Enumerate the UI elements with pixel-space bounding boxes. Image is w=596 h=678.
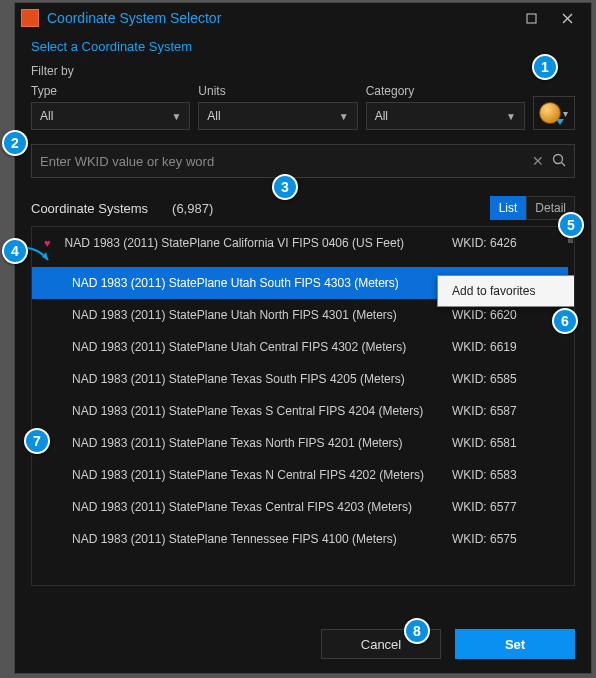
chevron-down-icon: ▼ xyxy=(339,111,349,122)
filter-heading: Filter by xyxy=(31,64,575,78)
search-icon[interactable] xyxy=(552,153,566,170)
cs-wkid: WKID: 6577 xyxy=(452,500,562,514)
list-item[interactable]: NAD 1983 (2011) StatePlane Tennessee FIP… xyxy=(32,523,568,555)
callout-6: 6 xyxy=(552,308,578,334)
cs-name: NAD 1983 (2011) StatePlane Texas South F… xyxy=(72,372,440,386)
cs-wkid: WKID: 6575 xyxy=(452,532,562,546)
filter-row: Type All ▼ Units All ▼ Category All ▼ xyxy=(31,84,575,130)
callout-5: 5 xyxy=(558,212,584,238)
list-item[interactable]: NAD 1983 (2011) StatePlane Texas Central… xyxy=(32,491,568,523)
chevron-down-icon: ▼ xyxy=(506,111,516,122)
cs-wkid: WKID: 6585 xyxy=(452,372,562,386)
list-title: Coordinate Systems xyxy=(31,201,148,216)
filter-units-label: Units xyxy=(198,84,357,98)
filter-type-label: Type xyxy=(31,84,190,98)
footer: Cancel Set xyxy=(321,629,575,659)
maximize-button[interactable] xyxy=(513,4,549,32)
coordinate-system-list[interactable]: ♥ NAD 1983 (2011) StatePlane California … xyxy=(31,226,575,586)
set-button[interactable]: Set xyxy=(455,629,575,659)
search-input[interactable] xyxy=(40,154,524,169)
list-item[interactable]: ♥ NAD 1983 (2011) StatePlane California … xyxy=(32,227,568,259)
list-item[interactable]: NAD 1983 (2011) StatePlane Texas S Centr… xyxy=(32,395,568,427)
svg-point-3 xyxy=(554,154,563,163)
svg-rect-0 xyxy=(527,14,536,23)
coordinate-system-selector-window: Coordinate System Selector Select a Coor… xyxy=(14,2,592,674)
cs-wkid: WKID: 6620 xyxy=(452,308,562,322)
subtitle: Select a Coordinate System xyxy=(15,33,591,64)
list-item[interactable]: NAD 1983 (2011) StatePlane Utah Central … xyxy=(32,331,568,363)
clear-icon[interactable]: ✕ xyxy=(532,153,544,169)
spatial-filter-button[interactable]: ▾ xyxy=(533,96,575,130)
list-count: (6,987) xyxy=(172,201,213,216)
filter-units-value: All xyxy=(207,109,220,123)
close-icon xyxy=(562,13,573,24)
window-title: Coordinate System Selector xyxy=(47,10,513,26)
content-area: Filter by Type All ▼ Units All ▼ Categor… xyxy=(15,64,591,586)
cs-name: NAD 1983 (2011) StatePlane Utah Central … xyxy=(72,340,440,354)
filter-type-group: Type All ▼ xyxy=(31,84,190,130)
cs-name: NAD 1983 (2011) StatePlane Texas N Centr… xyxy=(72,468,440,482)
svg-line-4 xyxy=(562,162,566,166)
cs-name: NAD 1983 (2011) StatePlane Utah North FI… xyxy=(72,308,440,322)
list-item[interactable]: NAD 1983 (2011) StatePlane Texas North F… xyxy=(32,427,568,459)
callout-4: 4 xyxy=(2,238,28,264)
filter-type-value: All xyxy=(40,109,53,123)
close-button[interactable] xyxy=(549,4,585,32)
search-bar: ✕ xyxy=(31,144,575,178)
filter-category-select[interactable]: All ▼ xyxy=(366,102,525,130)
cs-name: NAD 1983 (2011) StatePlane California VI… xyxy=(65,236,440,250)
maximize-icon xyxy=(526,13,537,24)
callout-8: 8 xyxy=(404,618,430,644)
chevron-down-icon: ▾ xyxy=(563,108,568,119)
context-menu: Add to favorites xyxy=(437,275,575,307)
titlebar: Coordinate System Selector xyxy=(15,3,591,33)
cs-name: NAD 1983 (2011) StatePlane Texas North F… xyxy=(72,436,440,450)
context-menu-add-favorites[interactable]: Add to favorites xyxy=(438,280,575,302)
filter-category-group: Category All ▼ xyxy=(366,84,525,130)
svg-marker-5 xyxy=(42,252,48,260)
filter-units-select[interactable]: All ▼ xyxy=(198,102,357,130)
cs-wkid: WKID: 6587 xyxy=(452,404,562,418)
cs-wkid: WKID: 6619 xyxy=(452,340,562,354)
callout-1: 1 xyxy=(532,54,558,80)
cs-name: NAD 1983 (2011) StatePlane Utah South FI… xyxy=(72,276,440,290)
cs-name: NAD 1983 (2011) StatePlane Texas Central… xyxy=(72,500,440,514)
list-item[interactable]: NAD 1983 (2011) StatePlane Texas N Centr… xyxy=(32,459,568,491)
callout-2: 2 xyxy=(2,130,28,156)
filter-type-select[interactable]: All ▼ xyxy=(31,102,190,130)
globe-icon xyxy=(539,102,561,124)
view-list-button[interactable]: List xyxy=(490,196,527,220)
cs-name: NAD 1983 (2011) StatePlane Texas S Centr… xyxy=(72,404,440,418)
callout-7: 7 xyxy=(24,428,50,454)
list-item[interactable]: NAD 1983 (2011) StatePlane Texas South F… xyxy=(32,363,568,395)
list-header: Coordinate Systems (6,987) List Detail xyxy=(31,196,575,220)
filter-category-label: Category xyxy=(366,84,525,98)
cs-wkid: WKID: 6426 xyxy=(452,236,562,250)
filter-units-group: Units All ▼ xyxy=(198,84,357,130)
callout-4-arrow-icon xyxy=(26,244,52,266)
cs-wkid: WKID: 6581 xyxy=(452,436,562,450)
app-icon xyxy=(21,9,39,27)
callout-3: 3 xyxy=(272,174,298,200)
cs-wkid: WKID: 6583 xyxy=(452,468,562,482)
cs-name: NAD 1983 (2011) StatePlane Tennessee FIP… xyxy=(72,532,440,546)
chevron-down-icon: ▼ xyxy=(171,111,181,122)
filter-category-value: All xyxy=(375,109,388,123)
